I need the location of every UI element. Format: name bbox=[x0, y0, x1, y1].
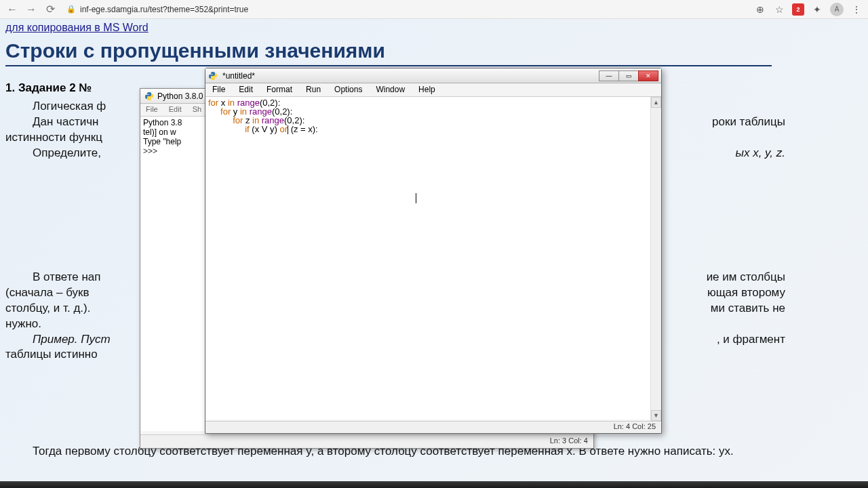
extensions-icon[interactable]: ✦ bbox=[811, 3, 823, 16]
shell-menu-edit[interactable]: Edit bbox=[163, 104, 187, 116]
menu-format[interactable]: Format bbox=[260, 83, 299, 96]
text-fragment: истинности функц bbox=[5, 131, 102, 144]
text-fragment: столбцу, и т. д.). bbox=[5, 301, 90, 317]
menu-file[interactable]: File bbox=[205, 83, 232, 96]
text-fragment: таблицы истинно bbox=[5, 348, 98, 361]
text-fragment: В ответе нап bbox=[5, 270, 100, 285]
menu-icon[interactable]: ⋮ bbox=[850, 3, 863, 16]
editor-menu: File Edit Format Run Options Window Help bbox=[205, 83, 661, 97]
menu-run[interactable]: Run bbox=[299, 83, 328, 96]
maximize-button[interactable]: ▭ bbox=[618, 70, 639, 81]
scroll-up-icon[interactable]: ▲ bbox=[651, 97, 661, 108]
browser-toolbar: ← → ⟳ 🔒 inf-ege.sdamgia.ru/test?theme=35… bbox=[0, 0, 868, 19]
menu-edit[interactable]: Edit bbox=[232, 83, 260, 96]
insertion-cursor bbox=[416, 193, 416, 203]
shell-title-text: Python 3.8.0 bbox=[157, 92, 203, 101]
bookmark-icon[interactable]: ☆ bbox=[773, 3, 785, 16]
url-text: inf-ege.sdamgia.ru/test?theme=352&print=… bbox=[80, 5, 248, 14]
menu-options[interactable]: Options bbox=[328, 83, 369, 96]
menu-help[interactable]: Help bbox=[412, 83, 442, 96]
scroll-down-icon[interactable]: ▼ bbox=[651, 410, 661, 421]
shell-status: Ln: 3 Col: 4 bbox=[140, 434, 593, 448]
text-fragment: Дан частичн bbox=[5, 115, 98, 130]
link-ms-word[interactable]: для копирования в MS Word bbox=[5, 22, 149, 34]
back-button[interactable]: ← bbox=[5, 3, 19, 16]
lock-icon: 🔒 bbox=[66, 5, 76, 14]
close-button[interactable]: ✕ bbox=[638, 70, 658, 81]
text-fragment: (сначала – букв bbox=[5, 285, 90, 301]
shell-menu-file[interactable]: File bbox=[140, 104, 163, 116]
text-fragment: , и фрагмент bbox=[690, 332, 785, 348]
reload-button[interactable]: ⟳ bbox=[43, 3, 57, 16]
text-fragment: ие им столбцы bbox=[679, 270, 785, 285]
text-fragment: ми ставить не bbox=[711, 301, 785, 317]
text-fragment: роки таблицы bbox=[685, 115, 785, 130]
address-bar[interactable]: 🔒 inf-ege.sdamgia.ru/test?theme=352&prin… bbox=[62, 5, 749, 14]
code-line: if (x V y) or (z = x): bbox=[208, 125, 658, 134]
text-fragment: ых x, y, z. bbox=[735, 146, 785, 159]
editor-status: Ln: 4 Col: 25 bbox=[205, 421, 661, 433]
text-fragment: Определите, bbox=[5, 146, 101, 161]
adblock-badge[interactable]: 2 bbox=[792, 3, 804, 16]
vertical-scrollbar[interactable]: ▲ ▼ bbox=[650, 97, 661, 421]
editor-body[interactable]: for x in range(0,2): for y in range(0,2)… bbox=[205, 97, 661, 420]
idle-editor-window[interactable]: *untitled* — ▭ ✕ File Edit Format Run Op… bbox=[205, 68, 662, 434]
editor-title-text: *untitled* bbox=[221, 71, 599, 81]
text-fragment: ющая второму bbox=[707, 285, 785, 301]
menu-window[interactable]: Window bbox=[369, 83, 412, 96]
page-title: Строки с пропущенными значениями bbox=[5, 39, 772, 66]
shell-menu-shell[interactable]: Sh bbox=[187, 104, 207, 116]
windows-taskbar[interactable] bbox=[0, 481, 868, 488]
forward-button[interactable]: → bbox=[24, 3, 38, 16]
minimize-button[interactable]: — bbox=[599, 70, 619, 81]
zoom-icon[interactable]: ⊕ bbox=[754, 3, 766, 16]
editor-titlebar[interactable]: *untitled* — ▭ ✕ bbox=[205, 68, 661, 83]
profile-avatar[interactable]: A bbox=[830, 3, 844, 16]
window-controls: — ▭ ✕ bbox=[599, 70, 658, 81]
python-icon bbox=[208, 71, 218, 81]
extension-icons: ⊕ ☆ 2 ✦ A ⋮ bbox=[754, 3, 863, 16]
text-fragment: нужно. bbox=[5, 317, 41, 330]
python-icon bbox=[144, 92, 154, 101]
text-fragment: Логическая ф bbox=[33, 100, 106, 113]
text-fragment: Пример. Пуст bbox=[33, 333, 111, 346]
